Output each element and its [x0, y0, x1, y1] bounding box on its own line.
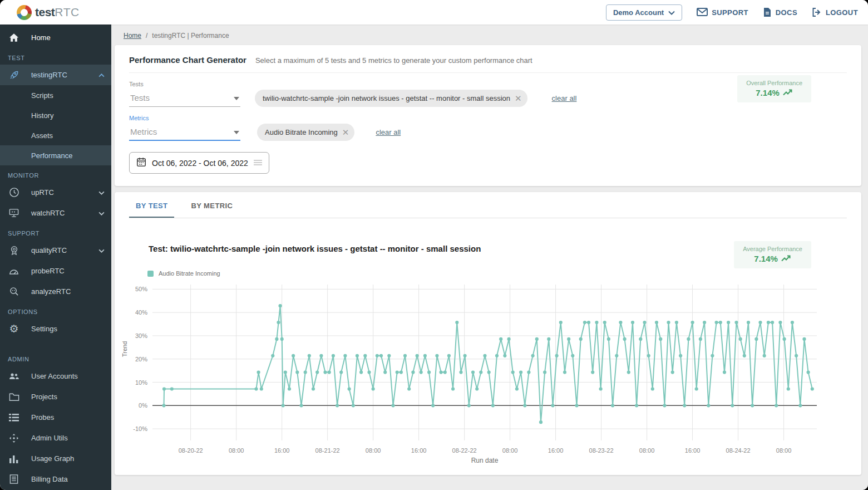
metrics-select[interactable]: Metrics	[129, 124, 240, 141]
svg-text:08:00: 08:00	[639, 447, 655, 454]
testrtc-logo-icon	[17, 5, 32, 20]
results-tabs: BY TEST BY METRIC	[129, 192, 847, 218]
chip-remove-icon[interactable]: ✕	[515, 94, 522, 102]
list-rows-icon	[8, 413, 20, 422]
people-icon	[8, 372, 20, 381]
chevron-down-icon	[98, 209, 105, 217]
svg-text:08-20-22: 08-20-22	[179, 447, 203, 454]
logout-button[interactable]: LOGOUT	[812, 7, 858, 17]
bar-chart-icon	[8, 454, 20, 463]
legend-label: Audio Bitrate Incoming	[159, 270, 220, 277]
docs-label: DOCS	[776, 8, 797, 17]
metrics-clear-all-link[interactable]: clear all	[376, 128, 401, 136]
overall-performance-badge: Overall Performance 7.14%	[737, 75, 811, 102]
folder-icon	[8, 393, 20, 401]
tab-by-test[interactable]: BY TEST	[129, 192, 174, 218]
sidebar-section-admin: ADMIN	[0, 349, 111, 366]
sidebar-item-analyzertc[interactable]: analyzeRTC	[0, 281, 111, 302]
sidebar-item-watchrtc[interactable]: watchRTC	[0, 203, 111, 223]
sidebar-item-home[interactable]: Home	[0, 27, 111, 48]
svg-text:08:00: 08:00	[366, 447, 381, 454]
account-dropdown-button[interactable]: Demo Account	[606, 4, 682, 21]
breadcrumb-separator: /	[146, 32, 147, 40]
svg-text:30%: 30%	[135, 332, 147, 339]
chart-legend: Audio Bitrate Incoming	[147, 270, 861, 277]
home-icon	[8, 33, 20, 42]
y-axis-title: Trend	[121, 341, 128, 357]
gear-icon: ⚙	[8, 324, 20, 334]
sidebar-item-projects[interactable]: Projects	[0, 386, 111, 407]
breadcrumb-current: testingRTC | Performance	[152, 32, 229, 40]
svg-text:40%: 40%	[135, 309, 147, 316]
date-range-picker[interactable]: Oct 06, 2022 - Oct 06, 2022	[129, 152, 269, 174]
svg-text:08-24-22: 08-24-22	[726, 447, 751, 454]
trend-chart: Trend 50%40%30%20%10%0%-10%08-20-2208:00…	[121, 279, 861, 467]
svg-text:20%: 20%	[135, 356, 147, 362]
sidebar-section-options: OPTIONS	[0, 302, 111, 318]
svg-text:16:00: 16:00	[685, 447, 701, 454]
selected-metric-chip: Audio Bitrate Incoming ✕	[257, 124, 354, 141]
support-button[interactable]: SUPPORT	[697, 8, 748, 17]
sidebar-item-qualityrtc[interactable]: qualityRTC	[0, 240, 111, 261]
topbar: testRTC Demo Account SUPPORT DOCS	[0, 0, 868, 24]
svg-text:Run date: Run date	[471, 457, 499, 464]
svg-text:-10%: -10%	[133, 425, 147, 432]
chevron-down-icon	[98, 188, 105, 197]
sidebar-item-testingrtc[interactable]: testingRTC	[0, 65, 111, 85]
document-icon	[763, 7, 772, 17]
svg-text:08:00: 08:00	[502, 447, 518, 454]
svg-text:0%: 0%	[139, 402, 147, 409]
sidebar-item-uprtc[interactable]: upRTC	[0, 182, 111, 203]
chevron-up-icon	[98, 71, 105, 79]
sidebar-item-performance[interactable]: Performance	[0, 145, 111, 165]
chevron-down-icon	[98, 246, 105, 254]
testrtc-logo: testRTC	[17, 5, 80, 20]
app-window: testRTC Demo Account SUPPORT DOCS	[0, 0, 868, 490]
svg-text:16:00: 16:00	[274, 447, 290, 454]
svg-text:16:00: 16:00	[411, 447, 427, 454]
sidebar-item-settings[interactable]: ⚙ Settings	[0, 318, 111, 339]
sidebar-item-assets[interactable]: Assets	[0, 125, 111, 145]
move-arrows-icon	[8, 433, 20, 443]
sidebar-section-monitor: MONITOR	[0, 165, 111, 182]
tab-by-metric[interactable]: BY METRIC	[184, 192, 239, 218]
page-subtitle: Select a maximum of 5 tests and 5 metric…	[255, 56, 532, 65]
chart-generator-panel: Performance Chart Generator Select a max…	[115, 45, 861, 186]
breadcrumb: Home / testingRTC | Performance	[111, 24, 868, 45]
dropdown-arrow-icon	[234, 92, 239, 102]
account-dropdown-label: Demo Account	[613, 8, 664, 17]
chip-remove-icon[interactable]: ✕	[342, 128, 349, 136]
page-title: Performance Chart Generator	[129, 55, 246, 65]
sidebar-section-support: SUPPORT	[0, 223, 111, 240]
rocket-icon	[8, 70, 20, 81]
tests-clear-all-link[interactable]: clear all	[552, 94, 577, 102]
date-range-value: Oct 06, 2022 - Oct 06, 2022	[152, 159, 248, 168]
docs-button[interactable]: DOCS	[763, 7, 797, 17]
preset-menu-icon	[254, 159, 262, 167]
sidebar-item-probertc[interactable]: probeRTC	[0, 261, 111, 281]
quality-badge-icon	[8, 245, 20, 256]
trending-up-icon	[781, 254, 791, 263]
monitor-icon	[8, 208, 20, 218]
results-panel: BY TEST BY METRIC Test: twilio-watchrtc-…	[115, 192, 861, 475]
logo-text-rtc: RTC	[55, 6, 79, 18]
breadcrumb-home-link[interactable]: Home	[124, 32, 141, 40]
sidebar-item-scripts[interactable]: Scripts	[0, 85, 111, 105]
sidebar-item-usage-graph[interactable]: Usage Graph	[0, 448, 111, 469]
sidebar-item-user-accounts[interactable]: User Accounts	[0, 366, 111, 386]
trending-up-icon	[783, 88, 793, 97]
svg-text:50%: 50%	[135, 286, 147, 292]
gauge-icon	[8, 267, 20, 276]
logout-icon	[812, 7, 822, 17]
support-label: SUPPORT	[712, 8, 748, 17]
sidebar-item-admin-utils[interactable]: Admin Utils	[0, 428, 111, 448]
sidebar-item-billing-data[interactable]: Billing Data	[0, 469, 111, 489]
sidebar-item-history[interactable]: History	[0, 105, 111, 125]
sidebar: Home TEST testingRTC Scripts History Ass…	[0, 24, 111, 490]
tests-select[interactable]: Tests	[129, 90, 240, 107]
main-content: Home / testingRTC | Performance Performa…	[111, 24, 868, 490]
sidebar-item-probes[interactable]: Probes	[0, 407, 111, 428]
receipt-icon	[8, 474, 20, 484]
svg-text:08-22-22: 08-22-22	[452, 447, 477, 454]
trend-chart-svg[interactable]: 50%40%30%20%10%0%-10%08-20-2208:0016:000…	[121, 279, 856, 465]
